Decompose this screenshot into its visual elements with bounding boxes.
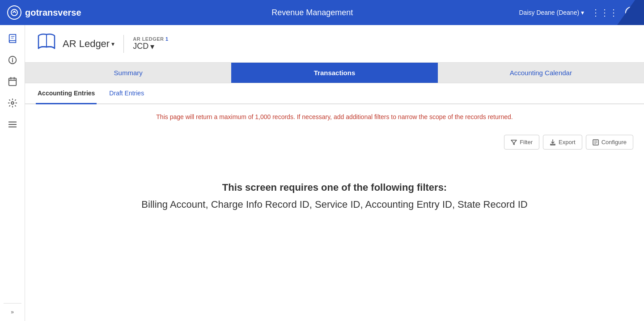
- app-name: gotransverse: [25, 8, 81, 18]
- content-area: AR Ledger ▾ AR LEDGER 1 JCD ▾ Summary: [25, 25, 644, 321]
- sidebar-item-settings[interactable]: [4, 94, 21, 112]
- svg-point-0: [11, 9, 17, 16]
- tab-transactions[interactable]: Transactions: [231, 63, 437, 83]
- ledger-book-icon: [36, 32, 57, 55]
- empty-state-title: This screen requires one of the followin…: [36, 182, 633, 193]
- top-navigation: gotransverse Revenue Management Daisy De…: [0, 0, 644, 25]
- toolbar: Filter Export Configure: [25, 129, 644, 155]
- sub-tab-accounting-entries[interactable]: Accounting Entries: [36, 83, 97, 104]
- export-button[interactable]: Export: [543, 135, 582, 150]
- header-divider: [123, 35, 124, 53]
- sidebar-item-list[interactable]: [4, 116, 21, 133]
- ledger-label: AR LEDGER 1: [133, 36, 168, 42]
- svg-rect-2: [8, 78, 16, 86]
- configure-icon: [593, 139, 599, 146]
- tabs-bar: Summary Transactions Accounting Calendar: [25, 63, 644, 83]
- info-message: This page will return a maximum of 1,000…: [25, 104, 644, 129]
- tab-summary[interactable]: Summary: [25, 63, 231, 83]
- page-header: AR Ledger ▾ AR LEDGER 1 JCD ▾: [25, 25, 644, 63]
- app-logo[interactable]: gotransverse: [7, 5, 106, 20]
- ledger-value-dropdown-arrow[interactable]: ▾: [150, 42, 154, 51]
- filter-button[interactable]: Filter: [504, 135, 539, 150]
- sub-tabs-bar: Accounting Entries Draft Entries: [25, 83, 644, 104]
- export-icon: [550, 139, 556, 146]
- sidebar-item-info[interactable]: [4, 51, 21, 69]
- configure-button[interactable]: Configure: [586, 135, 633, 150]
- sidebar-expand-button[interactable]: »: [4, 303, 21, 317]
- user-menu[interactable]: Daisy Deane (Deane) ▾: [519, 9, 584, 16]
- ledger-sub-info: AR LEDGER 1 JCD ▾: [133, 36, 168, 51]
- ledger-dropdown-arrow[interactable]: ▾: [111, 40, 114, 47]
- sidebar-item-calendar[interactable]: [4, 73, 21, 90]
- ledger-name[interactable]: AR Ledger ▾: [63, 38, 114, 50]
- sidebar: »: [0, 25, 25, 321]
- sidebar-item-book[interactable]: [4, 30, 21, 47]
- filter-icon: [511, 139, 517, 146]
- main-layout: » AR Ledger ▾ AR LEDGER: [0, 25, 644, 321]
- logo-icon: [7, 5, 21, 20]
- apps-icon[interactable]: ⋮⋮⋮: [591, 7, 618, 18]
- svg-point-3: [11, 102, 14, 104]
- help-icon[interactable]: ?: [625, 7, 637, 18]
- page-title: Revenue Management: [106, 8, 519, 17]
- top-nav-right: Daisy Deane (Deane) ▾ ⋮⋮⋮ ?: [519, 7, 637, 18]
- empty-state-subtitle: Billing Account, Charge Info Record ID, …: [36, 199, 633, 210]
- ledger-value[interactable]: JCD ▾: [133, 42, 168, 51]
- empty-state: This screen requires one of the followin…: [25, 155, 644, 237]
- tab-accounting-calendar[interactable]: Accounting Calendar: [438, 63, 644, 83]
- sub-tab-draft-entries[interactable]: Draft Entries: [107, 83, 146, 104]
